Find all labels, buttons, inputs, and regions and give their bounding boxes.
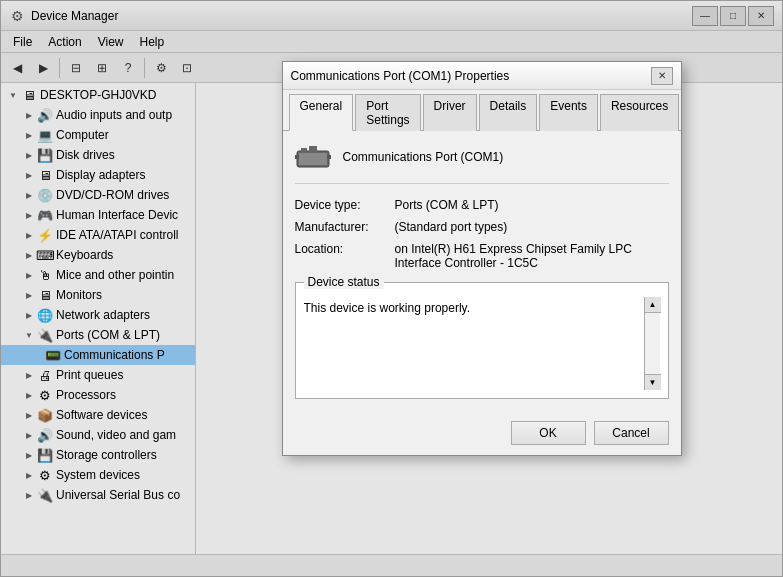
device-status-legend: Device status — [304, 275, 384, 289]
device-status-textarea[interactable]: This device is working properly. — [304, 297, 644, 387]
device-type-label: Device type: — [295, 198, 395, 212]
location-row: Location: on Intel(R) H61 Express Chipse… — [295, 242, 669, 270]
device-image-icon — [295, 143, 331, 171]
dialog-title-bar: Communications Port (COM1) Properties ✕ — [283, 62, 681, 90]
location-label: Location: — [295, 242, 395, 256]
info-table: Device type: Ports (COM & LPT) Manufactu… — [295, 198, 669, 270]
tab-general[interactable]: General — [289, 94, 354, 131]
properties-dialog: Communications Port (COM1) Properties ✕ … — [282, 61, 682, 456]
scroll-down-button[interactable]: ▼ — [645, 374, 661, 390]
tab-driver[interactable]: Driver — [423, 94, 477, 131]
device-type-value: Ports (COM & LPT) — [395, 198, 669, 212]
manufacturer-value: (Standard port types) — [395, 220, 669, 234]
scroll-up-button[interactable]: ▲ — [645, 297, 661, 313]
tab-resources[interactable]: Resources — [600, 94, 679, 131]
tab-port-settings[interactable]: Port Settings — [355, 94, 420, 131]
status-scrollbar: ▲ ▼ — [644, 297, 660, 390]
dialog-close-button[interactable]: ✕ — [651, 67, 673, 85]
svg-rect-3 — [327, 155, 331, 159]
device-type-row: Device type: Ports (COM & LPT) — [295, 198, 669, 212]
status-content: This device is working properly. ▲ ▼ — [304, 297, 660, 390]
svg-rect-1 — [299, 153, 327, 165]
location-value: on Intel(R) H61 Express Chipset Family L… — [395, 242, 669, 270]
device-manager-window: ⚙ Device Manager — □ ✕ File Action View … — [0, 0, 783, 577]
manufacturer-row: Manufacturer: (Standard port types) — [295, 220, 669, 234]
dialog-overlay: Communications Port (COM1) Properties ✕ … — [1, 1, 782, 576]
ok-button[interactable]: OK — [511, 421, 586, 445]
device-status-group: Device status This device is working pro… — [295, 282, 669, 399]
tab-details[interactable]: Details — [479, 94, 538, 131]
device-header: Communications Port (COM1) — [295, 143, 669, 184]
tab-events[interactable]: Events — [539, 94, 598, 131]
svg-rect-2 — [295, 155, 299, 159]
dialog-title: Communications Port (COM1) Properties — [291, 69, 651, 83]
svg-rect-4 — [301, 148, 307, 152]
device-name: Communications Port (COM1) — [343, 150, 504, 164]
manufacturer-label: Manufacturer: — [295, 220, 395, 234]
cancel-button[interactable]: Cancel — [594, 421, 669, 445]
dialog-buttons: OK Cancel — [283, 411, 681, 455]
dialog-body: Communications Port (COM1) Device type: … — [283, 131, 681, 411]
tab-strip: General Port Settings Driver Details Eve… — [283, 90, 681, 131]
svg-rect-5 — [309, 146, 317, 152]
